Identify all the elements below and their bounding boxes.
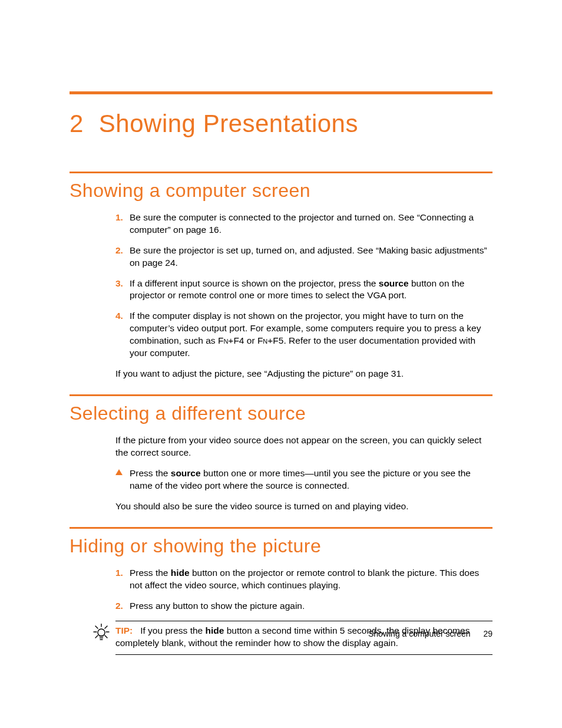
list-number: 1. [115, 212, 123, 224]
list-number: 4. [115, 310, 123, 322]
section-body: 1. Be sure the computer is connected to … [115, 212, 492, 380]
triangle-icon [115, 469, 123, 475]
list-number: 1. [115, 567, 123, 579]
chapter-title: Showing Presentations [99, 107, 358, 141]
ordered-list: 1. Press the hide button on the projecto… [115, 567, 492, 612]
chapter-rule [70, 91, 492, 94]
bullet-list: Press the source button one or more time… [115, 467, 492, 492]
footer-section: Showing a computer screen [368, 629, 471, 638]
list-text: Press any button to show the picture aga… [130, 601, 305, 611]
list-item: 2. Be sure the projector is set up, turn… [115, 245, 492, 269]
paragraph: If you want to adjust the picture, see “… [115, 368, 492, 380]
list-number: 3. [115, 278, 123, 290]
section-body: 1. Press the hide button on the projecto… [115, 567, 492, 612]
list-item: Press the source button one or more time… [115, 467, 492, 492]
section-rule [70, 527, 492, 529]
chapter-number: 2 [70, 107, 84, 141]
section-rule [70, 394, 492, 396]
tip-rule [115, 654, 492, 655]
page: 2 Showing Presentations Showing a comput… [0, 0, 562, 655]
list-item: 1. Be sure the computer is connected to … [115, 212, 492, 236]
section-rule [70, 172, 492, 173]
paragraph: You should also be sure the video source… [115, 500, 492, 513]
chapter-heading: 2 Showing Presentations [70, 107, 492, 141]
list-item: 4. If the computer display is not shown … [115, 310, 492, 360]
list-number: 2. [115, 245, 123, 257]
tip-rule [115, 621, 492, 621]
section-title: Hiding or showing the picture [70, 533, 492, 559]
list-text: Press the hide button on the projector o… [130, 568, 479, 590]
list-item: 3. If a different input source is shown … [115, 278, 492, 302]
list-text: Press the source button one or more time… [130, 468, 471, 490]
paragraph: If the picture from your video source do… [115, 434, 492, 459]
list-text: If the computer display is not shown on … [130, 311, 481, 358]
list-text: If a different input source is shown on … [130, 278, 464, 301]
page-number: 29 [483, 629, 492, 638]
ordered-list: 1. Be sure the computer is connected to … [115, 212, 492, 360]
page-footer: Showing a computer screen 29 [0, 628, 562, 640]
list-text: Be sure the computer is connected to the… [130, 212, 474, 235]
section-title: Showing a computer screen [70, 178, 492, 203]
section-body: If the picture from your video source do… [115, 434, 492, 513]
section-title: Selecting a different source [70, 401, 492, 426]
list-item: 1. Press the hide button on the projecto… [115, 567, 492, 592]
list-text: Be sure the projector is set up, turned … [130, 245, 487, 268]
list-number: 2. [115, 600, 123, 612]
list-item: 2. Press any button to show the picture … [115, 600, 492, 612]
